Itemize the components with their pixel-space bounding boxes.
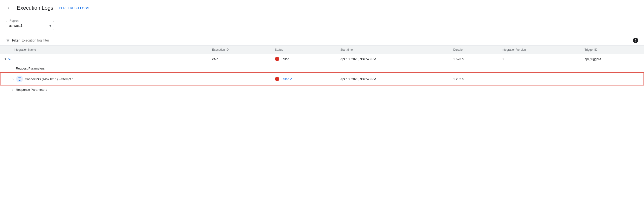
filter-icon: [6, 38, 10, 42]
region-label: Region: [8, 19, 20, 22]
connector-name-cell: › Connectors (Task ID: 1) - Attempt 1: [0, 73, 208, 85]
request-params-expand-button[interactable]: ›: [12, 66, 14, 71]
page-header: ← Execution Logs ↻ REFRESH LOGS: [0, 0, 644, 16]
connector-error-icon: !: [275, 77, 279, 81]
filter-label: Filter: [12, 38, 20, 42]
filter-input[interactable]: [22, 38, 631, 42]
page-title: Execution Logs: [17, 5, 53, 11]
connector-start-time-cell: Apr 10, 2023, 9:40:48 PM: [336, 73, 450, 85]
refresh-icon: ↻: [59, 6, 62, 10]
request-params-label: Request Parameters: [16, 67, 45, 70]
status-cell: ! Failed: [271, 54, 336, 64]
connector-execution-id-cell: [208, 73, 271, 85]
col-trigger-id: Trigger ID: [581, 46, 644, 54]
col-integration-version: Integration Version: [498, 46, 581, 54]
help-icon[interactable]: ?: [633, 38, 638, 43]
response-params-cell: › Response Parameters: [0, 85, 644, 94]
region-section: Region us-west1 us-east1 us-central1 eur…: [0, 16, 644, 35]
trigger-id-cell: api_trigger/t: [581, 54, 644, 64]
connector-trigger-id-cell: [581, 73, 644, 85]
external-link-icon: ↗: [290, 77, 292, 81]
duration-cell: 1.573 s: [450, 54, 498, 64]
table-row: ▾ tk- ef7d ! Failed Apr 10, 2023, 9:40:4…: [0, 54, 644, 64]
response-params-label: Response Parameters: [16, 88, 47, 92]
table-header-row: Integration Name Execution ID Status Sta…: [0, 46, 644, 54]
col-integration-name: Integration Name: [0, 46, 208, 54]
svg-point-4: [18, 79, 19, 79]
filter-bar: Filter ?: [0, 35, 644, 46]
row-expand-button[interactable]: ▾: [4, 56, 7, 61]
svg-point-5: [20, 79, 20, 79]
start-time-cell: Apr 10, 2023, 9:40:48 PM: [336, 54, 450, 64]
response-params-expand-button[interactable]: ›: [12, 87, 14, 92]
execution-logs-table: Integration Name Execution ID Status Sta…: [0, 46, 644, 94]
error-icon: !: [275, 57, 279, 61]
integration-name-cell: ▾ tk-: [0, 54, 208, 64]
table-row: › Connectors (Task ID: 1) - Attempt 1: [0, 73, 644, 85]
integration-name-link[interactable]: tk-: [8, 57, 11, 61]
connector-status-cell: ! Failed ↗: [271, 73, 336, 85]
connector-icon: [16, 76, 23, 82]
connector-version-cell: [498, 73, 581, 85]
connector-expand-button[interactable]: ›: [12, 76, 14, 81]
table-row: › Response Parameters: [0, 85, 644, 94]
execution-id-cell: ef7d: [208, 54, 271, 64]
request-params-cell: › Request Parameters: [0, 64, 644, 73]
connector-duration-cell: 1.252 s: [450, 73, 498, 85]
version-cell: 0: [498, 54, 581, 64]
back-button[interactable]: ←: [6, 4, 13, 12]
refresh-logs-button[interactable]: ↻ REFRESH LOGS: [59, 6, 89, 10]
col-execution-id: Execution ID: [208, 46, 271, 54]
col-duration: Duration: [450, 46, 498, 54]
region-select[interactable]: us-west1 us-east1 us-central1 europe-wes…: [6, 21, 54, 30]
connector-failed-link[interactable]: Failed ↗: [281, 77, 292, 81]
col-status: Status: [271, 46, 336, 54]
table-row: › Request Parameters: [0, 64, 644, 73]
col-start-time: Start time: [336, 46, 450, 54]
region-select-wrapper: Region us-west1 us-east1 us-central1 eur…: [6, 21, 54, 30]
connector-task-label: Connectors (Task ID: 1) - Attempt 1: [25, 77, 74, 81]
back-arrow-icon: ←: [7, 5, 12, 11]
table-container: Integration Name Execution ID Status Sta…: [0, 46, 644, 94]
